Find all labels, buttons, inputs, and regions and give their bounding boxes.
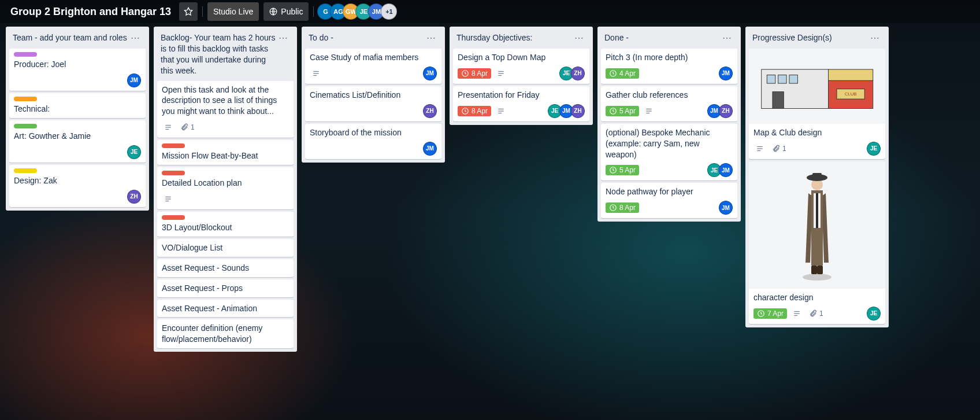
card[interactable]: Producer: JoelJM (9, 49, 146, 91)
label-yellow[interactable] (14, 168, 37, 173)
card[interactable]: Gather club references5 AprJMZH (601, 86, 737, 121)
label-green[interactable] (14, 124, 37, 128)
label-red[interactable] (162, 143, 185, 148)
card-title: Design: Zak (14, 175, 141, 186)
svg-rect-27 (828, 69, 873, 80)
list-title[interactable]: Team - add your team and roles (13, 32, 127, 43)
card[interactable]: CLUBMap & Club design1JE (749, 49, 885, 159)
card-title: Gather club references (606, 90, 733, 101)
visibility-button[interactable]: Public (263, 2, 309, 21)
member-avatar[interactable]: JM (719, 201, 733, 215)
member-avatar[interactable]: ZH (127, 190, 141, 204)
list-menu-button[interactable]: ⋯ (868, 32, 882, 44)
card-title: Map & Club design (753, 127, 881, 138)
card-footer: ZH (310, 104, 437, 118)
list: Thursday Objectives:⋯Design a Top Down M… (450, 27, 593, 125)
card[interactable]: VO/Dialogue List (157, 239, 294, 257)
description-icon (162, 194, 175, 204)
date-badge[interactable]: 8 Apr (458, 106, 491, 116)
list-title[interactable]: Thursday Objectives: (456, 32, 533, 43)
card-title: Pitch 3 (In more depth) (606, 52, 733, 63)
card[interactable]: Pitch 3 (In more depth)4 AprJM (601, 49, 737, 84)
card-title: Asset Request - Animation (162, 303, 289, 314)
globe-icon (269, 8, 277, 16)
list-menu-button[interactable]: ⋯ (572, 32, 586, 44)
svg-rect-29 (778, 75, 786, 83)
member-avatar[interactable]: JE (127, 145, 141, 159)
member-avatar[interactable]: ZH (423, 104, 437, 118)
list-menu-button[interactable]: ⋯ (276, 32, 290, 44)
card[interactable]: Design a Top Down Map8 AprJEZH (453, 49, 589, 84)
card[interactable]: Storyboard of the missionJM (305, 124, 441, 159)
label-red[interactable] (162, 171, 185, 175)
member-avatar[interactable]: JM (127, 73, 141, 87)
list-title[interactable]: Backlog- Your team has 2 hours is to fil… (161, 32, 276, 76)
member-avatar[interactable]: JM (719, 67, 733, 80)
list: Backlog- Your team has 2 hours is to fil… (154, 27, 297, 352)
card-labels (14, 124, 141, 128)
member-avatar[interactable]: ZH (571, 67, 585, 80)
list-title[interactable]: To do - (309, 32, 333, 43)
date-badge[interactable]: 5 Apr (606, 165, 639, 175)
card[interactable]: Encounter definition (enemy flow/placeme… (157, 319, 294, 348)
card-footer: 7 Apr1JE (753, 307, 881, 320)
star-button[interactable] (179, 2, 198, 21)
list: Team - add your team and roles⋯Producer:… (6, 27, 149, 211)
card-footer: 8 AprJEJMZH (458, 104, 585, 118)
card[interactable]: Case Study of mafia membersJM (305, 49, 441, 84)
card-title: 3D Layout/Blockout (162, 222, 289, 233)
date-badge[interactable]: 7 Apr (753, 308, 787, 319)
list: To do -⋯Case Study of mafia membersJMCin… (302, 27, 445, 163)
card[interactable]: Asset Request - Animation (157, 300, 294, 318)
card-title: Art: Gowther & Jamie (14, 131, 141, 142)
card-footer: 1 (162, 120, 289, 134)
card[interactable]: Technical: (9, 93, 146, 118)
card-title: VO/Dialogue List (162, 242, 289, 253)
member-avatar[interactable]: JM (423, 142, 437, 156)
board-title[interactable]: Group 2 Brighton and Hangar 13 (7, 6, 175, 18)
date-badge[interactable]: 8 Apr (606, 202, 639, 213)
card-title: Storyboard of the mission (310, 127, 437, 138)
member-avatar[interactable]: JE (867, 307, 881, 320)
member-avatar[interactable]: JE (867, 142, 881, 156)
card-footer (162, 192, 289, 206)
list-title[interactable]: Done - (604, 32, 629, 43)
card[interactable]: Detailed Location plan (157, 167, 294, 209)
card[interactable]: Art: Gowther & JamieJE (9, 120, 146, 163)
card[interactable]: Mission Flow Beat-by-Beat (157, 140, 294, 165)
card[interactable]: Open this task and look at the descripti… (157, 81, 294, 138)
card[interactable]: Design: ZakZH (9, 165, 146, 207)
card-footer: 4 AprJM (606, 67, 733, 80)
card[interactable]: 3D Layout/Blockout (157, 212, 294, 237)
date-badge[interactable]: 5 Apr (606, 106, 639, 116)
list-title[interactable]: Progressive Design(s) (752, 32, 832, 43)
member-avatar[interactable]: JM (719, 163, 733, 177)
label-purple[interactable] (14, 52, 37, 57)
svg-rect-28 (767, 75, 775, 83)
team-button[interactable]: Studio Live (207, 2, 259, 21)
card-footer: JM (310, 67, 437, 80)
date-badge[interactable]: 4 Apr (606, 68, 639, 79)
list-menu-button[interactable]: ⋯ (720, 32, 734, 44)
card[interactable]: Asset Request - Sounds (157, 259, 294, 277)
avatar-overflow[interactable]: +1 (381, 3, 397, 20)
member-avatar[interactable]: JM (423, 67, 437, 80)
card[interactable]: Presentation for Friday8 AprJEJMZH (453, 86, 589, 121)
card[interactable]: character design7 Apr1JE (749, 161, 885, 324)
date-badge[interactable]: 8 Apr (458, 68, 491, 79)
list-menu-button[interactable]: ⋯ (424, 32, 438, 44)
card[interactable]: Asset Request - Props (157, 279, 294, 297)
card-labels (14, 97, 141, 101)
card[interactable]: Node pathway for player8 AprJM (601, 183, 737, 218)
card[interactable]: Cinematics List/DefinitionZH (305, 86, 441, 121)
label-orange[interactable] (14, 97, 37, 101)
card-footer: JE (14, 145, 141, 159)
member-avatar[interactable]: ZH (571, 104, 585, 118)
svg-point-37 (803, 274, 831, 281)
member-avatar[interactable]: ZH (719, 104, 733, 118)
card-cover (749, 161, 885, 289)
description-icon (162, 122, 175, 132)
card[interactable]: (optional) Bespoke Mechanic (example: ca… (601, 124, 737, 181)
list-menu-button[interactable]: ⋯ (128, 32, 142, 44)
label-red[interactable] (162, 215, 185, 220)
